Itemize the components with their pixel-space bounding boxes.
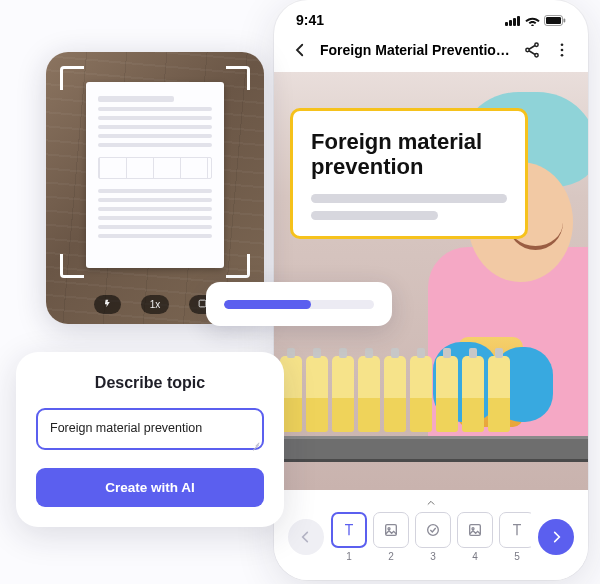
svg-point-11 bbox=[561, 49, 564, 52]
svg-point-8 bbox=[526, 48, 529, 51]
hero-image: Foreign material prevention bbox=[274, 72, 588, 490]
next-slide-button[interactable] bbox=[538, 519, 574, 555]
wifi-icon bbox=[525, 15, 540, 26]
more-icon[interactable] bbox=[552, 40, 572, 60]
placeholder-line bbox=[311, 194, 507, 203]
signal-icon bbox=[505, 15, 521, 26]
flash-toggle[interactable] bbox=[94, 295, 121, 314]
hero-title: Foreign material prevention bbox=[311, 129, 507, 180]
slide-number: 3 bbox=[430, 551, 436, 562]
svg-rect-16 bbox=[470, 525, 481, 536]
share-icon[interactable] bbox=[522, 40, 542, 60]
scan-frame-corner bbox=[60, 66, 84, 90]
svg-point-14 bbox=[388, 528, 390, 530]
svg-rect-1 bbox=[509, 20, 512, 26]
slide-number: 4 bbox=[472, 551, 478, 562]
text-slide-icon bbox=[341, 522, 357, 538]
slide-number: 2 bbox=[388, 551, 394, 562]
slide-navigator: 1 2 3 4 5 bbox=[274, 490, 588, 580]
page-title: Foreign Material Prevention... bbox=[320, 42, 512, 58]
prev-slide-button[interactable] bbox=[288, 519, 324, 555]
slide-number: 1 bbox=[346, 551, 352, 562]
slide-thumbnail[interactable]: 1 bbox=[331, 512, 367, 562]
hero-title-card: Foreign material prevention bbox=[290, 108, 528, 239]
describe-topic-card: Describe topic Create with AI bbox=[16, 352, 284, 527]
back-icon[interactable] bbox=[290, 40, 310, 60]
scanned-document bbox=[86, 82, 224, 268]
slide-thumbnails: 1 2 3 4 5 bbox=[331, 512, 531, 562]
svg-point-9 bbox=[535, 54, 538, 57]
slide-thumbnail[interactable]: 2 bbox=[373, 512, 409, 562]
status-time: 9:41 bbox=[296, 12, 324, 28]
check-slide-icon bbox=[425, 522, 441, 538]
slide-thumbnail[interactable]: 3 bbox=[415, 512, 451, 562]
zoom-level[interactable]: 1x bbox=[141, 295, 170, 314]
image-slide-icon bbox=[383, 522, 399, 538]
conveyor-illustration bbox=[274, 370, 588, 490]
svg-point-10 bbox=[561, 43, 564, 46]
svg-point-7 bbox=[535, 43, 538, 46]
slide-thumbnail[interactable]: 4 bbox=[457, 512, 493, 562]
placeholder-line bbox=[311, 211, 438, 220]
svg-rect-3 bbox=[517, 16, 520, 26]
image-slide-icon bbox=[467, 522, 483, 538]
battery-icon bbox=[544, 15, 566, 26]
phone-header: Foreign Material Prevention... bbox=[274, 32, 588, 72]
status-icons bbox=[505, 15, 566, 26]
svg-point-15 bbox=[428, 525, 439, 536]
scan-frame-corner bbox=[60, 254, 84, 278]
slide-number: 5 bbox=[514, 551, 520, 562]
scan-frame-corner bbox=[226, 66, 250, 90]
topic-heading: Describe topic bbox=[36, 374, 264, 392]
slide-thumbnail[interactable]: 5 bbox=[499, 512, 531, 562]
status-bar: 9:41 bbox=[274, 0, 588, 32]
svg-point-17 bbox=[472, 528, 474, 530]
progress-card bbox=[206, 282, 392, 326]
expand-icon[interactable] bbox=[288, 498, 574, 508]
svg-rect-13 bbox=[386, 525, 397, 536]
svg-rect-5 bbox=[546, 17, 561, 24]
svg-point-12 bbox=[561, 54, 564, 57]
svg-rect-2 bbox=[513, 18, 516, 26]
progress-fill bbox=[224, 300, 311, 309]
progress-bar bbox=[224, 300, 374, 309]
topic-input[interactable] bbox=[36, 408, 264, 450]
create-with-ai-button[interactable]: Create with AI bbox=[36, 468, 264, 507]
scan-frame-corner bbox=[226, 254, 250, 278]
text-slide-icon bbox=[509, 522, 525, 538]
svg-rect-0 bbox=[505, 22, 508, 26]
svg-rect-6 bbox=[564, 18, 566, 22]
